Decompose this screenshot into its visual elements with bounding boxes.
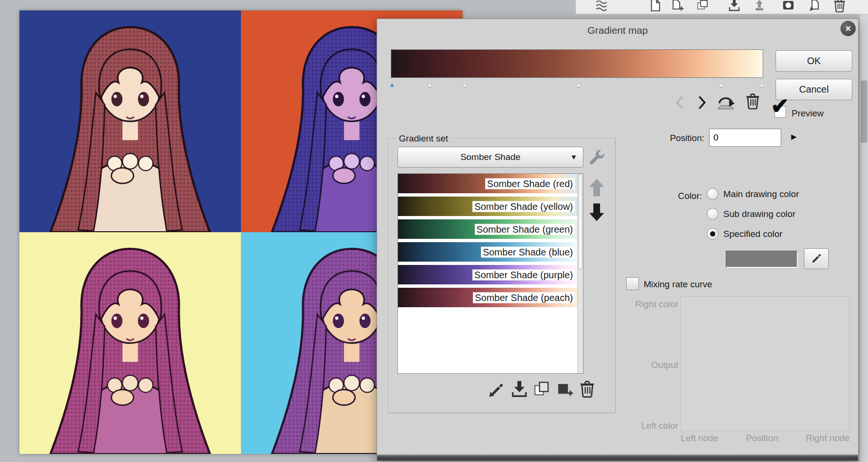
canvas-quadrant-top-left[interactable] <box>19 10 241 232</box>
next-gradient-icon[interactable] <box>698 96 706 112</box>
list-up-icon[interactable] <box>589 178 605 199</box>
collar-frills <box>108 375 153 392</box>
gradient-preset-label: Somber Shade (peach) <box>473 292 575 303</box>
gradient-node[interactable] <box>388 79 396 89</box>
dialog-title: Gradient map <box>377 25 858 36</box>
gradient-node[interactable] <box>575 79 582 89</box>
dialog-bottom-edge <box>377 454 858 461</box>
delete-layer-icon[interactable] <box>833 0 847 13</box>
layer-mask-icon[interactable] <box>782 0 796 13</box>
radio-icon[interactable] <box>707 188 719 200</box>
checkmark-icon: ✔ <box>771 93 789 119</box>
radio-icon-selected[interactable] <box>707 228 719 240</box>
gradient-preset-row[interactable]: Somber Shade (green) <box>398 219 577 239</box>
curve-footer: Left node Position Right node <box>681 433 850 443</box>
gradient-node-track[interactable] <box>391 79 763 87</box>
flip-gradient-icon[interactable] <box>716 93 736 113</box>
radio-icon[interactable] <box>707 208 719 220</box>
output-label: Output <box>581 360 678 370</box>
gradient-preset-row[interactable]: Somber Shade (blue) <box>398 242 577 262</box>
gradient-node-marker <box>388 80 396 88</box>
vertical-scrollbar[interactable] <box>859 14 868 462</box>
gradient-preset-label: Somber Shade (blue) <box>481 246 575 257</box>
combine-down-icon[interactable] <box>753 0 767 13</box>
gradient-preset-row[interactable]: Somber Shade (purple) <box>398 265 577 284</box>
gradient-set-label: Gradient set <box>396 133 451 144</box>
canvas-quadrant-bottom-left[interactable] <box>19 232 241 454</box>
gradient-node[interactable] <box>461 79 468 89</box>
gradient-node[interactable] <box>718 79 725 89</box>
add-gradient-icon[interactable] <box>556 379 573 398</box>
gradient-map-dialog: Gradient map × OK Cancel ✔ Preview Posit… <box>377 19 859 461</box>
left-color-label: Left color <box>581 421 678 431</box>
specified-color-swatch[interactable] <box>726 251 798 268</box>
hand <box>111 168 134 184</box>
radio-label: Main drawing color <box>723 189 799 199</box>
character-art <box>19 232 241 454</box>
collar-frills <box>329 375 375 392</box>
new-layer-2-icon[interactable] <box>671 0 685 13</box>
position-label: Position: <box>640 133 704 143</box>
collar-frills <box>108 153 153 170</box>
gradient-preset-list[interactable]: Somber Shade (red) Somber Shade (yellow)… <box>397 173 583 374</box>
position-step-icon[interactable]: ▶ <box>791 132 797 141</box>
gradient-preset-row[interactable]: Somber Shade (red) <box>398 174 577 193</box>
mixing-rate-curve-checkbox[interactable] <box>626 277 639 290</box>
close-icon[interactable]: × <box>840 21 856 36</box>
gradient-node-marker <box>718 80 725 88</box>
gradient-preview-bar[interactable] <box>391 49 763 78</box>
gradient-list-tools <box>488 379 596 398</box>
eyedropper-button[interactable] <box>804 248 829 269</box>
gradient-node[interactable] <box>758 79 765 89</box>
left-node-label: Left node <box>681 433 718 443</box>
color-label: Color: <box>638 191 702 201</box>
ok-button[interactable]: OK <box>776 50 852 72</box>
eyedropper-icon <box>810 252 822 266</box>
screen: { "workspace": { "colors": { "background… <box>0 0 868 462</box>
transfer-down-icon[interactable] <box>728 0 742 13</box>
pick-gradient-icon[interactable] <box>488 379 505 398</box>
import-gradient-icon[interactable] <box>511 379 528 398</box>
gradient-preset-label: Somber Shade (green) <box>475 224 575 235</box>
delete-node-icon[interactable] <box>745 92 760 113</box>
layer-list-icon[interactable] <box>595 0 609 13</box>
gradient-node-marker <box>575 80 582 88</box>
delete-gradient-icon[interactable] <box>579 379 596 398</box>
apply-layer-icon[interactable] <box>808 0 822 13</box>
gradient-preset-label: Somber Shade (purple) <box>472 269 575 280</box>
character-art <box>19 10 241 232</box>
gradient-node-marker <box>758 80 765 88</box>
radio-sub-drawing-color[interactable]: Sub drawing color <box>707 208 795 220</box>
prev-gradient-icon[interactable] <box>675 96 684 112</box>
gradient-node[interactable] <box>426 79 433 89</box>
gradient-node-marker <box>426 80 433 88</box>
gradient-set-dropdown[interactable]: Somber Shade ▼ <box>397 147 583 168</box>
preview-label: Preview <box>792 108 824 119</box>
hand <box>333 168 355 184</box>
gradient-set-group: Gradient set Somber Shade ▼ Somber Shade… <box>388 139 616 413</box>
gradient-preset-row[interactable]: Somber Shade (yellow) <box>398 197 577 216</box>
collar-frills <box>329 153 375 170</box>
duplicate-gradient-icon[interactable] <box>534 379 551 398</box>
position-column-label: Position <box>746 433 778 443</box>
chevron-down-icon: ▼ <box>570 153 577 161</box>
right-color-label: Right color <box>581 299 678 310</box>
mixing-curve-panel <box>681 296 850 431</box>
gradient-preset-label: Somber Shade (yellow) <box>472 201 575 212</box>
right-node-label: Right node <box>806 433 850 443</box>
layer-palette-toolbar <box>576 0 868 14</box>
new-folder-icon[interactable] <box>696 0 710 13</box>
list-down-icon[interactable] <box>589 203 605 224</box>
radio-label: Specified color <box>723 229 783 239</box>
list-scrollbar-thumb[interactable] <box>578 174 582 269</box>
scrollbar-thumb[interactable] <box>861 81 867 142</box>
radio-specified-color[interactable]: Specified color <box>707 228 783 240</box>
wrench-icon[interactable] <box>588 149 606 167</box>
list-scrollbar[interactable] <box>577 174 583 373</box>
position-input[interactable] <box>709 129 781 147</box>
gradient-preset-row[interactable]: Somber Shade (peach) <box>398 288 577 307</box>
gradient-node-marker <box>461 80 468 88</box>
radio-main-drawing-color[interactable]: Main drawing color <box>707 188 799 200</box>
new-layer-icon[interactable] <box>649 0 663 13</box>
mixing-rate-curve-label: Mixing rate curve <box>644 279 712 290</box>
